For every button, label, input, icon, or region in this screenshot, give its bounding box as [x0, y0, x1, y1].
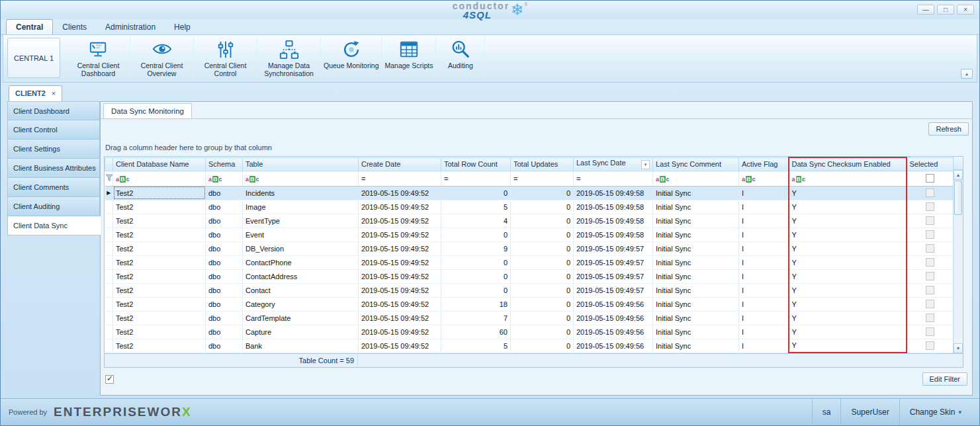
cell-last-sync-date[interactable]: 2019-05-15 09:49:58 [574, 228, 653, 241]
restore-button[interactable]: □ [937, 5, 954, 15]
row-indicator[interactable] [105, 325, 113, 339]
cell-last-sync-date[interactable]: 2019-05-15 09:49:56 [574, 325, 653, 339]
menu-tab-administration[interactable]: Administration [96, 20, 165, 34]
column-header-last-sync-comment[interactable]: Last Sync Comment [653, 157, 739, 171]
scroll-down-button[interactable]: ▼ [954, 343, 963, 353]
filter-cell-total-updates[interactable]: = [511, 171, 574, 186]
cell-active-flag[interactable]: I [739, 186, 789, 200]
cell-last-sync-comment[interactable]: Initial Sync [653, 255, 739, 269]
row-selected-checkbox[interactable] [926, 189, 934, 197]
change-skin-button[interactable]: Change Skin ▾ [899, 399, 971, 425]
cell-last-sync-date[interactable]: 2019-05-15 09:49:57 [574, 241, 653, 255]
column-header-total-row-count[interactable]: Total Row Count [441, 157, 511, 171]
menu-tab-central[interactable]: Central [6, 19, 53, 34]
cell-schema[interactable]: dbo [206, 339, 243, 353]
cell-total-row-count[interactable]: 5 [441, 200, 511, 214]
sidebar-item-client-control[interactable]: Client Control [7, 120, 100, 140]
cell-last-sync-comment[interactable]: Initial Sync [653, 311, 739, 325]
cell-table[interactable]: Category [243, 297, 359, 311]
cell-last-sync-date[interactable]: 2019-05-15 09:49:57 [574, 283, 653, 297]
cell-client-database-name[interactable]: Test2 [113, 200, 206, 214]
cell-total-row-count[interactable]: 4 [441, 214, 511, 228]
cell-schema[interactable]: dbo [206, 297, 243, 311]
cell-client-database-name[interactable]: Test2 [113, 269, 206, 283]
menu-tab-clients[interactable]: Clients [53, 20, 96, 34]
row-indicator[interactable] [105, 297, 113, 311]
cell-create-date[interactable]: 2019-05-15 09:49:52 [359, 200, 441, 214]
cell-schema[interactable]: dbo [206, 214, 243, 228]
tab-client2[interactable]: CLIENT2 × [9, 85, 62, 101]
cell-total-updates[interactable]: 0 [511, 186, 574, 200]
cell-data-sync-checksum-enabled[interactable]: Y [789, 297, 907, 311]
cell-data-sync-checksum-enabled[interactable]: Y [789, 325, 907, 339]
cell-active-flag[interactable]: I [739, 200, 789, 214]
cell-client-database-name[interactable]: Test2 [113, 283, 206, 297]
cell-schema[interactable]: dbo [206, 186, 243, 200]
row-selected-checkbox[interactable] [926, 327, 934, 336]
cell-active-flag[interactable]: I [739, 339, 789, 353]
filter-enabled-checkbox[interactable]: ✓ [105, 375, 114, 384]
cell-client-database-name[interactable]: Test2 [113, 186, 206, 200]
row-selected-checkbox[interactable] [926, 202, 934, 211]
sidebar-item-client-dashboard[interactable]: Client Dashboard [7, 101, 100, 120]
column-header-total-updates[interactable]: Total Updates [511, 157, 574, 171]
cell-total-row-count[interactable]: 0 [441, 228, 511, 241]
cell-data-sync-checksum-enabled[interactable]: Y [789, 241, 907, 255]
scroll-thumb[interactable] [954, 181, 962, 215]
column-header-selected[interactable]: Selected [907, 157, 954, 171]
row-selected-checkbox[interactable] [926, 244, 934, 253]
manage-data-synchronisation-button[interactable]: Manage Data Synchronisation [257, 38, 321, 78]
close-button[interactable]: × [957, 5, 974, 15]
cell-last-sync-comment[interactable]: Initial Sync [653, 228, 739, 241]
cell-total-updates[interactable]: 0 [511, 255, 574, 269]
cell-client-database-name[interactable]: Test2 [113, 297, 206, 311]
row-indicator[interactable] [105, 339, 113, 353]
cell-data-sync-checksum-enabled[interactable]: Y [789, 311, 907, 325]
cell-last-sync-comment[interactable]: Initial Sync [653, 214, 739, 228]
cell-last-sync-date[interactable]: 2019-05-15 09:49:58 [574, 200, 653, 214]
cell-active-flag[interactable]: I [739, 228, 789, 241]
cell-client-database-name[interactable]: Test2 [113, 339, 206, 353]
cell-total-row-count[interactable]: 0 [441, 255, 511, 269]
cell-client-database-name[interactable]: Test2 [113, 241, 206, 255]
cell-schema[interactable]: dbo [206, 311, 243, 325]
cell-active-flag[interactable]: I [739, 283, 789, 297]
sidebar-item-client-auditing[interactable]: Client Auditing [7, 197, 100, 216]
cell-data-sync-checksum-enabled[interactable]: Y [789, 200, 907, 214]
row-selected-checkbox[interactable] [926, 300, 934, 308]
cell-last-sync-comment[interactable]: Initial Sync [653, 297, 739, 311]
cell-data-sync-checksum-enabled[interactable]: Y [789, 186, 907, 200]
cell-table[interactable]: CardTemplate [243, 311, 359, 325]
filter-cell-data-sync-checksum-enabled[interactable]: aBc [789, 171, 907, 186]
column-header-last-sync-date[interactable]: ▼Last Sync Date [574, 157, 653, 171]
row-indicator[interactable] [105, 214, 113, 228]
cell-client-database-name[interactable]: Test2 [113, 325, 206, 339]
cell-schema[interactable]: dbo [206, 325, 243, 339]
cell-table[interactable]: ContactAddress [243, 269, 359, 283]
cell-total-row-count[interactable]: 5 [441, 339, 511, 353]
cell-table[interactable]: Incidents [243, 186, 359, 200]
cell-total-row-count[interactable]: 18 [441, 297, 511, 311]
filter-cell-last-sync-date[interactable]: = [574, 171, 653, 186]
cell-total-updates[interactable]: 0 [511, 339, 574, 353]
ribbon-group-central1[interactable]: CENTRAL 1 [7, 38, 60, 78]
cell-table[interactable]: Contact [243, 283, 359, 297]
cell-table[interactable]: Image [243, 200, 359, 214]
cell-create-date[interactable]: 2019-05-15 09:49:52 [359, 186, 441, 200]
row-selected-checkbox[interactable] [926, 272, 934, 280]
cell-create-date[interactable]: 2019-05-15 09:49:52 [359, 325, 441, 339]
cell-create-date[interactable]: 2019-05-15 09:49:52 [359, 339, 441, 353]
cell-last-sync-comment[interactable]: Initial Sync [653, 269, 739, 283]
manage-scripts-button[interactable]: Manage Scripts [382, 38, 436, 78]
cell-last-sync-comment[interactable]: Initial Sync [653, 283, 739, 297]
row-selected-checkbox[interactable] [926, 314, 934, 322]
auditing-button[interactable]: Auditing [436, 38, 485, 78]
cell-active-flag[interactable]: I [739, 255, 789, 269]
sidebar-item-client-settings[interactable]: Client Settings [7, 140, 100, 159]
cell-total-updates[interactable]: 0 [511, 200, 574, 214]
cell-active-flag[interactable]: I [739, 241, 789, 255]
scroll-track[interactable] [954, 216, 963, 343]
tab-close-icon[interactable]: × [52, 89, 56, 97]
row-indicator[interactable] [105, 241, 113, 255]
cell-schema[interactable]: dbo [206, 228, 243, 241]
